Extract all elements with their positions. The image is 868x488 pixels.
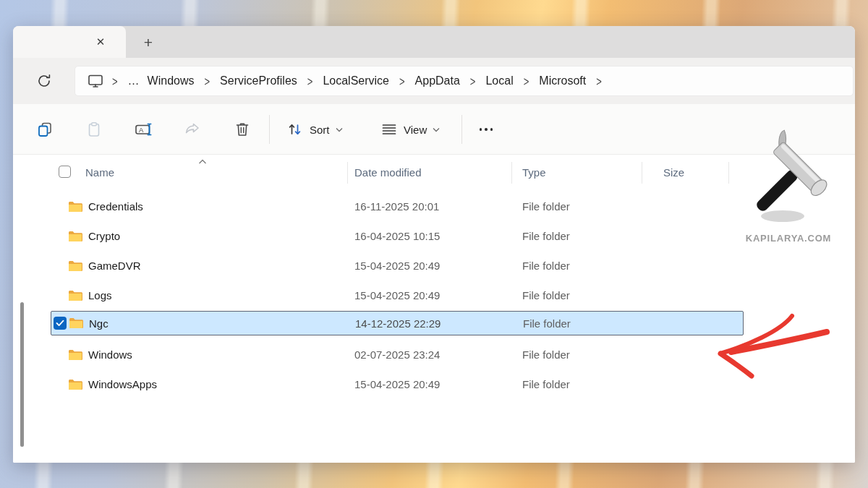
file-row-crypto[interactable]: Crypto 16-04-2025 10:15 File folder <box>51 221 744 251</box>
file-row-credentials[interactable]: Credentials 16-11-2025 20:01 File folder <box>51 192 744 221</box>
row-checkbox-checked[interactable] <box>54 317 67 330</box>
file-date-modified: 16-04-2025 10:15 <box>354 221 440 251</box>
sort-button[interactable]: Sort <box>279 115 350 144</box>
svg-text:A: A <box>139 126 144 134</box>
column-header-date-modified[interactable]: Date modified <box>354 160 422 185</box>
file-explorer-window: ✕ + > … Windows <box>13 26 855 463</box>
folder-icon <box>68 260 82 275</box>
file-date-modified: 15-04-2025 20:49 <box>354 369 440 399</box>
toolbar-divider <box>269 115 270 144</box>
breadcrumb-separator: > <box>464 74 482 88</box>
rename-icon: A <box>134 121 153 138</box>
watermark: KAPILARYA.COM <box>731 129 846 244</box>
file-name: Windows <box>88 340 132 369</box>
folder-icon <box>68 290 82 304</box>
file-name: Crypto <box>88 221 120 251</box>
column-header-name[interactable]: Name <box>85 160 114 185</box>
chevron-down-icon <box>336 127 343 132</box>
breadcrumb: > … Windows > ServiceProfiles > LocalSer… <box>75 66 854 96</box>
file-date-modified: 15-04-2025 20:49 <box>354 251 440 281</box>
more-options-button[interactable] <box>472 115 501 144</box>
breadcrumb-item-windows[interactable]: Windows <box>144 74 198 87</box>
view-button[interactable]: View <box>373 115 447 144</box>
view-label: View <box>404 124 427 136</box>
this-pc-icon[interactable] <box>85 73 106 89</box>
chevron-down-icon <box>433 127 440 132</box>
file-name: Credentials <box>88 192 143 221</box>
sort-ascending-icon <box>198 155 207 168</box>
column-divider[interactable] <box>511 162 512 184</box>
breadcrumb-item-appdata[interactable]: AppData <box>412 74 464 87</box>
file-type: File folder <box>522 221 570 251</box>
toolbar-divider <box>461 115 462 144</box>
file-type: File folder <box>522 369 570 399</box>
share-button[interactable] <box>178 115 207 144</box>
file-row-windows[interactable]: Windows 02-07-2025 23:24 File folder <box>51 340 744 369</box>
paste-button[interactable] <box>80 115 109 144</box>
folder-icon <box>68 379 82 393</box>
breadcrumb-separator: > <box>590 74 608 88</box>
delete-button[interactable] <box>228 115 257 144</box>
breadcrumb-item-localservice[interactable]: LocalService <box>319 74 393 87</box>
breadcrumb-separator: > <box>301 74 320 88</box>
watermark-text: KAPILARYA.COM <box>731 233 846 244</box>
breadcrumb-item-microsoft[interactable]: Microsoft <box>535 74 590 87</box>
share-icon <box>184 121 201 138</box>
file-name: Ngc <box>89 312 109 335</box>
folder-icon <box>68 231 82 245</box>
column-divider[interactable] <box>728 162 729 184</box>
file-date-modified: 02-07-2025 23:24 <box>354 340 440 369</box>
breadcrumb-separator: > <box>393 74 412 88</box>
vertical-scrollbar[interactable] <box>20 302 24 447</box>
trash-icon <box>234 121 251 138</box>
breadcrumb-separator: > <box>106 74 124 88</box>
column-header-type[interactable]: Type <box>522 160 546 185</box>
hammer-icon <box>738 129 839 230</box>
file-row-logs[interactable]: Logs 15-04-2025 20:49 File folder <box>51 281 744 310</box>
tab-close-icon[interactable]: ✕ <box>91 33 110 51</box>
select-all-checkbox[interactable] <box>59 166 71 178</box>
file-date-modified: 14-12-2025 22:29 <box>355 312 441 335</box>
new-tab-button[interactable]: + <box>137 32 159 53</box>
breadcrumb-separator: > <box>517 74 536 88</box>
file-name: Logs <box>88 281 112 310</box>
file-row-windowsapps[interactable]: WindowsApps 15-04-2025 20:49 File folder <box>51 369 744 399</box>
explorer-tab[interactable]: ✕ <box>13 26 126 58</box>
rename-button[interactable]: A <box>129 115 158 144</box>
file-type: File folder <box>522 251 570 281</box>
sort-label: Sort <box>310 124 330 136</box>
ellipsis-icon <box>480 128 493 131</box>
column-divider[interactable] <box>347 162 348 184</box>
file-type: File folder <box>523 312 571 335</box>
file-type: File folder <box>522 281 570 310</box>
column-header-size[interactable]: Size <box>663 160 684 185</box>
address-bar-row: > … Windows > ServiceProfiles > LocalSer… <box>13 58 855 104</box>
command-toolbar: A <box>13 104 855 155</box>
copy-button[interactable] <box>30 115 59 144</box>
file-date-modified: 15-04-2025 20:49 <box>354 281 440 310</box>
paste-icon <box>85 121 103 138</box>
folder-icon <box>68 201 82 215</box>
file-name: WindowsApps <box>88 369 157 399</box>
breadcrumb-overflow[interactable]: … <box>124 74 144 87</box>
file-row-gamedvr[interactable]: GameDVR 15-04-2025 20:49 File folder <box>51 251 744 281</box>
folder-icon <box>68 349 82 364</box>
desktop-wallpaper: ✕ + > … Windows <box>0 0 868 488</box>
sort-icon <box>286 121 304 138</box>
breadcrumb-item-local[interactable]: Local <box>482 74 516 87</box>
file-date-modified: 16-11-2025 20:01 <box>354 192 439 221</box>
breadcrumb-separator: > <box>198 74 217 88</box>
tab-bar: ✕ + <box>13 26 855 58</box>
folder-icon <box>69 317 83 332</box>
file-row-ngc-selected[interactable]: Ngc 14-12-2025 22:29 File folder <box>51 311 744 335</box>
file-type: File folder <box>522 340 570 369</box>
column-divider[interactable] <box>642 162 642 184</box>
file-name: GameDVR <box>88 251 141 281</box>
file-type: File folder <box>522 192 570 221</box>
refresh-icon[interactable] <box>36 73 52 89</box>
copy-icon <box>36 121 54 138</box>
view-icon <box>380 121 398 138</box>
breadcrumb-item-serviceprofiles[interactable]: ServiceProfiles <box>216 74 301 87</box>
